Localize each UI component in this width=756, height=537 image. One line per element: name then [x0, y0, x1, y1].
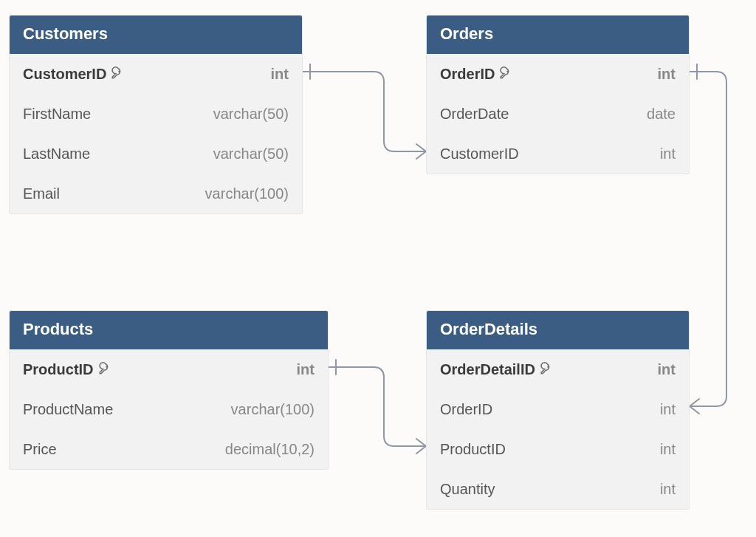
column-type: date — [647, 106, 676, 123]
table-orders-col-customerid: CustomerID int — [427, 134, 689, 174]
column-type: int — [658, 66, 676, 83]
table-customers-col-customerid: CustomerID int — [10, 54, 302, 94]
key-icon — [111, 66, 124, 83]
svg-point-1 — [507, 70, 509, 72]
table-customers-col-email: Email varchar(100) — [10, 174, 302, 213]
column-name: ProductID — [440, 441, 506, 458]
svg-point-0 — [119, 70, 120, 72]
table-customers-header: Customers — [10, 16, 302, 54]
rel-products-orderdetails — [329, 360, 426, 454]
column-type: int — [660, 441, 676, 458]
table-products-col-price: Price decimal(10,2) — [10, 429, 328, 469]
table-orderdetails: OrderDetails OrderDetailID int OrderID i… — [426, 310, 690, 510]
column-name: OrderDetailID — [440, 361, 535, 378]
column-name: OrderID — [440, 66, 495, 83]
column-name: ProductID — [23, 361, 94, 378]
column-type: varchar(100) — [205, 185, 289, 202]
table-orders: Orders OrderID int OrderDate date Custom… — [426, 15, 690, 174]
column-name: OrderID — [440, 401, 492, 418]
column-type: decimal(10,2) — [225, 441, 315, 458]
table-products: Products ProductID int ProductName varch… — [9, 310, 329, 470]
column-name: Email — [23, 185, 60, 202]
column-name: OrderDate — [440, 106, 509, 123]
column-name: LastName — [23, 146, 90, 163]
table-customers-col-lastname: LastName varchar(50) — [10, 134, 302, 174]
svg-point-3 — [547, 366, 549, 367]
key-icon — [499, 66, 512, 83]
table-customers: Customers CustomerID int FirstName varch… — [9, 15, 303, 214]
table-orders-col-orderid: OrderID int — [427, 54, 689, 94]
column-name: CustomerID — [23, 66, 106, 83]
key-icon — [540, 362, 553, 379]
column-type: varchar(100) — [231, 401, 315, 418]
column-type: int — [297, 361, 315, 378]
rel-orders-orderdetails — [690, 64, 726, 414]
table-products-header: Products — [10, 311, 328, 349]
column-type: int — [660, 401, 676, 418]
table-orderdetails-col-orderdetailid: OrderDetailID int — [427, 349, 689, 389]
column-type: int — [271, 66, 289, 83]
column-type: int — [658, 361, 676, 378]
table-orders-header: Orders — [427, 16, 689, 54]
column-name: ProductName — [23, 401, 113, 418]
table-orderdetails-header: OrderDetails — [427, 311, 689, 349]
column-type: varchar(50) — [213, 146, 289, 163]
column-type: varchar(50) — [213, 106, 289, 123]
table-products-col-productid: ProductID int — [10, 349, 328, 389]
table-orderdetails-col-orderid: OrderID int — [427, 389, 689, 429]
key-icon — [98, 362, 111, 379]
table-orderdetails-col-quantity: Quantity int — [427, 469, 689, 509]
svg-point-2 — [106, 366, 107, 367]
column-name: Quantity — [440, 481, 495, 498]
rel-customers-orders — [303, 64, 426, 159]
table-products-col-productname: ProductName varchar(100) — [10, 389, 328, 429]
column-type: int — [660, 146, 676, 163]
table-orderdetails-col-productid: ProductID int — [427, 429, 689, 469]
column-name: CustomerID — [440, 146, 519, 163]
column-name: FirstName — [23, 106, 91, 123]
table-customers-col-firstname: FirstName varchar(50) — [10, 94, 302, 134]
table-orders-col-orderdate: OrderDate date — [427, 94, 689, 134]
column-type: int — [660, 481, 676, 498]
column-name: Price — [23, 441, 57, 458]
